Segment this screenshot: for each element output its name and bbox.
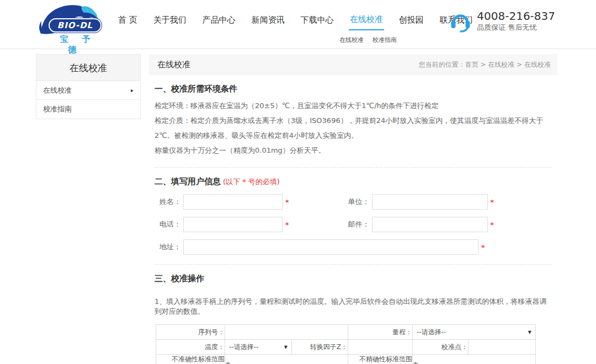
temperature-select-value: --请选择--	[229, 342, 258, 352]
calibration-table: 序列号： 量程： --请选择-- ▼ 温度：	[156, 324, 536, 364]
headset-icon	[449, 9, 471, 33]
section-divider	[155, 167, 552, 168]
section-calibration: 三、校准操作 1、填入移液器手柄上的序列号，量程和测试时的温度。输入完毕后软件会…	[149, 274, 557, 364]
nav-item-about[interactable]: 关于我们	[152, 10, 188, 30]
section2-title-text: 二、填写用户信息	[155, 176, 221, 186]
range-select-value: --请选择--	[417, 328, 446, 337]
required-note: (以下 * 号的必填)	[223, 178, 280, 186]
name-field[interactable]	[183, 194, 283, 210]
phone-label: 电话：	[155, 220, 181, 229]
section2-title: 二、填写用户信息(以下 * 号的必填)	[155, 176, 552, 187]
serial-field[interactable]	[225, 325, 348, 339]
phone-tagline: 品质保证 售后无忧	[477, 23, 555, 33]
phone-number: 4008-216-837	[477, 9, 555, 23]
sidebar-title: 在线校准	[36, 55, 140, 81]
calibration-instruction: 1、填入移液器手柄上的序列号，量程和测试时的温度。输入完毕后软件会自动出现此支移…	[155, 297, 552, 317]
range-select[interactable]: --请选择-- ▼	[413, 325, 535, 339]
required-asterisk: *	[491, 221, 494, 229]
sidebar-item-label: 校准指南	[43, 104, 72, 114]
company-label: 单位：	[343, 197, 370, 207]
imprecision-value: ±	[413, 355, 536, 364]
factor-field[interactable]	[348, 340, 412, 354]
nav-item-downloads[interactable]: 下载中心	[300, 10, 335, 30]
nav-item-news[interactable]: 新闻资讯	[251, 10, 286, 30]
contact-block: 4008-216-837 品质保证 售后无忧	[449, 9, 555, 33]
site-header: BIO-DL 宝 予 德 首 页 关于我们 产品中心 新闻资讯 下载中心 在线校…	[0, 0, 596, 49]
section-user-info: 二、填写用户信息(以下 * 号的必填) 姓名： * 单位： *	[149, 176, 557, 255]
section1-line3: 称量仪器为十万分之一（精度为0.01mg）分析天平。	[155, 143, 552, 158]
contact-text: 4008-216-837 品质保证 售后无忧	[477, 9, 555, 33]
email-label: 邮件：	[343, 220, 370, 229]
subnav-item-calibration-guide[interactable]: 校准指南	[372, 36, 397, 44]
section3-title: 三、校准操作	[155, 274, 552, 284]
email-field[interactable]	[372, 217, 488, 232]
table-row: 温度： --请选择-- ▼ 转换因子Z： 校准点：	[156, 340, 536, 355]
name-label: 姓名：	[155, 197, 181, 207]
sidebar: 在线校准 在线校准 ▸ 校准指南	[36, 54, 141, 119]
content-panel: 在线校准 您当前的位置：首页 > 在线校准 > 在线校准 一、校准所需环境条件 …	[149, 54, 557, 364]
page-title: 在线校准	[157, 60, 190, 70]
section1-line2: 检定介质：检定介质为蒸馏水或去离子水（3级，ISO3696），并提前24小时放入…	[155, 113, 552, 143]
subnav-item-online-calibration[interactable]: 在线校准	[339, 36, 364, 44]
sub-nav: 在线校准 校准指南	[339, 36, 397, 44]
calibration-point-cell	[469, 340, 536, 355]
temperature-cell: --请选择-- ▼	[225, 340, 292, 355]
imprecision-label: 不精确性标准范围(%)：	[348, 355, 413, 364]
serial-cell	[225, 325, 348, 340]
range-label: 量程：	[348, 325, 413, 340]
required-asterisk: *	[481, 243, 485, 251]
brand-logo[interactable]: BIO-DL 宝 予 德	[34, 3, 105, 46]
user-info-form: 姓名： * 单位： * 电话： *	[155, 194, 552, 255]
inaccuracy-value: ±	[225, 355, 348, 364]
address-label: 地址：	[155, 242, 181, 252]
table-row: 不准确性标准范围(%)： ± 不精确性标准范围(%)： ±	[156, 355, 536, 364]
nav-item-home[interactable]: 首 页	[117, 10, 139, 30]
required-asterisk: *	[285, 198, 289, 206]
content-header: 在线校准 您当前的位置：首页 > 在线校准 > 在线校准	[149, 54, 557, 75]
section-environment: 一、校准所需环境条件 检定环境：移液器应在室温为（20±5）℃，且室温变化不得大…	[149, 84, 557, 158]
nav-item-products[interactable]: 产品中心	[201, 10, 237, 30]
calibration-point-field[interactable]	[469, 340, 535, 354]
nav-item-online-calibration[interactable]: 在线校准	[349, 10, 384, 30]
required-asterisk: *	[491, 198, 494, 206]
calibration-point-label: 校准点：	[413, 340, 469, 355]
company-field[interactable]	[372, 194, 488, 210]
main-nav: 首 页 关于我们 产品中心 新闻资讯 下载中心 在线校准 创投园 联系我们	[117, 0, 474, 40]
table-row: 序列号： 量程： --请选择-- ▼	[156, 325, 536, 340]
breadcrumb[interactable]: 您当前的位置：首页 > 在线校准 > 在线校准	[419, 60, 551, 69]
brand-chinese-name: 宝 予 德	[46, 34, 104, 55]
factor-cell	[348, 340, 413, 355]
chevron-down-icon: ▼	[528, 330, 531, 335]
section1-title: 一、校准所需环境条件	[155, 84, 552, 94]
temperature-select[interactable]: --请选择-- ▼	[225, 340, 291, 354]
phone-field[interactable]	[183, 217, 283, 232]
chevron-down-icon: ▼	[284, 345, 288, 350]
nav-item-venture-park[interactable]: 创投园	[398, 10, 425, 30]
main-area: 在线校准 在线校准 ▸ 校准指南 在线校准 您当前的位置：首页 > 在线校准 >…	[0, 49, 596, 364]
section1-paragraphs: 检定环境：移液器应在室温为（20±5）℃，且室温变化不得大于1℃/h的条件下进行…	[155, 98, 552, 158]
sidebar-item-calibration-guide[interactable]: 校准指南	[36, 100, 140, 119]
factor-label: 转换因子Z：	[292, 340, 348, 355]
section-divider	[155, 264, 552, 265]
serial-label: 序列号：	[156, 325, 225, 340]
section1-line1: 检定环境：移液器应在室温为（20±5）℃，且室温变化不得大于1℃/h的条件下进行…	[155, 98, 552, 113]
arrow-right-icon: ▸	[131, 87, 134, 93]
sidebar-item-online-calibration[interactable]: 在线校准 ▸	[36, 81, 140, 100]
brand-name: BIO-DL	[49, 18, 102, 33]
required-asterisk: *	[285, 221, 289, 229]
address-field[interactable]	[183, 239, 478, 255]
sidebar-item-label: 在线校准	[43, 85, 72, 95]
temperature-label: 温度：	[156, 340, 225, 355]
range-cell: --请选择-- ▼	[413, 325, 536, 340]
inaccuracy-label: 不准确性标准范围(%)：	[156, 355, 225, 364]
